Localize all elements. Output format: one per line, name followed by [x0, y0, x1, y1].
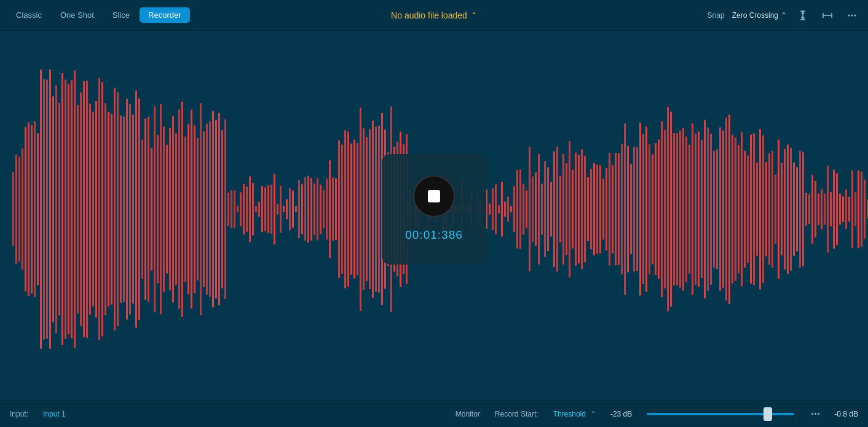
monitor-label: Monitor — [456, 410, 480, 418]
waveform-area: 00:01:386 — [0, 31, 868, 388]
stop-button[interactable] — [414, 177, 454, 216]
record-start-value[interactable]: Threshold — [553, 410, 586, 418]
file-status[interactable]: No audio file loaded ⌃ — [391, 10, 477, 20]
fit-width-button[interactable] — [819, 7, 836, 24]
file-status-text: No audio file loaded — [391, 10, 467, 20]
dot-3 — [818, 413, 819, 415]
stop-icon — [428, 190, 440, 202]
tab-group: Classic One Shot Slice Recorder — [7, 7, 190, 23]
record-timer: 00:01:386 — [405, 228, 463, 242]
fit-height-button[interactable] — [794, 7, 811, 24]
tab-recorder[interactable]: Recorder — [140, 7, 189, 23]
snap-dropdown[interactable]: Zero Crossing ⌃ — [732, 11, 787, 20]
snap-label: Snap — [708, 11, 725, 20]
threshold-slider[interactable] — [647, 413, 794, 415]
record-overlay: 00:01:386 — [382, 154, 486, 265]
threshold-group: Threshold ⌃ — [553, 410, 596, 418]
tab-slice[interactable]: Slice — [104, 7, 138, 23]
file-status-chevron: ⌃ — [471, 11, 477, 20]
db-left-value: -23 dB — [610, 410, 632, 418]
more-options-button[interactable] — [843, 7, 861, 24]
dot-2 — [815, 413, 816, 415]
slider-dots — [811, 413, 819, 415]
slider-thumb[interactable] — [763, 407, 772, 421]
dot-1 — [811, 413, 813, 415]
db-right-value: -0.8 dB — [834, 410, 858, 418]
svg-point-8 — [854, 14, 856, 16]
tab-one-shot[interactable]: One Shot — [52, 7, 103, 23]
right-controls: Snap Zero Crossing ⌃ — [708, 7, 861, 24]
tab-classic[interactable]: Classic — [7, 7, 50, 23]
svg-point-7 — [851, 14, 853, 16]
top-bar: Classic One Shot Slice Recorder No audio… — [0, 0, 868, 31]
svg-point-6 — [848, 14, 850, 16]
input-label: Input: — [10, 410, 28, 418]
bottom-bar: Input: Input 1 Monitor Record Start: Thr… — [0, 400, 868, 427]
snap-value: Zero Crossing — [732, 11, 778, 20]
record-start-label: Record Start: — [495, 410, 539, 418]
threshold-chevron-icon: ⌃ — [591, 410, 596, 417]
snap-chevron-icon: ⌃ — [781, 11, 787, 20]
input-value[interactable]: Input 1 — [43, 410, 66, 418]
